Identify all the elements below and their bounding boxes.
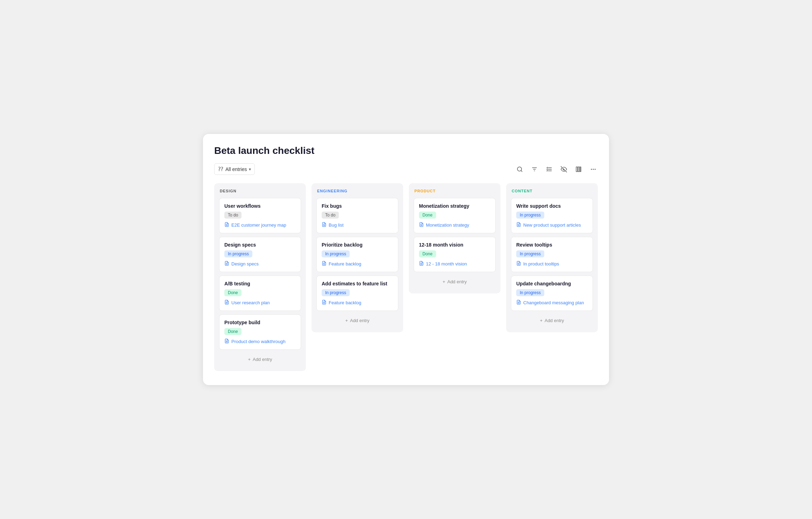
column-header-content: CONTENT bbox=[511, 189, 593, 193]
card-link[interactable]: Bug list bbox=[322, 222, 393, 228]
svg-rect-9 bbox=[576, 167, 578, 172]
card-link[interactable]: 12 - 18 month vision bbox=[419, 261, 490, 267]
column-engineering: ENGINEERINGFix bugsTo doBug listPrioriti… bbox=[312, 183, 403, 332]
card-link[interactable]: Changeboard messaging plan bbox=[516, 300, 588, 306]
app-container: Beta launch checklist ⁇ All entries ▾ bbox=[203, 134, 609, 385]
status-badge: In progress bbox=[516, 289, 544, 296]
view-selector[interactable]: ⁇ All entries ▾ bbox=[214, 163, 255, 175]
card-title: Prioritize backlog bbox=[322, 242, 393, 248]
card-link-text: Feature backlog bbox=[329, 261, 361, 266]
card-title: Prototype build bbox=[224, 320, 296, 325]
column-design: DESIGNUser workflowsTo doE2E customer jo… bbox=[214, 183, 306, 371]
status-badge: In progress bbox=[516, 212, 544, 219]
card-engineering-2[interactable]: Add estimates to feature listIn progress… bbox=[316, 276, 398, 311]
plus-icon: + bbox=[540, 318, 542, 323]
status-badge: Done bbox=[419, 212, 436, 219]
filter-button[interactable] bbox=[530, 165, 539, 174]
document-icon bbox=[224, 300, 229, 306]
card-link-text: Bug list bbox=[329, 222, 344, 228]
card-title: Fix bugs bbox=[322, 203, 393, 209]
add-entry-button-design[interactable]: + Add entry bbox=[219, 353, 301, 365]
card-link[interactable]: Product demo walkthrough bbox=[224, 339, 296, 344]
card-link[interactable]: Monetization strategy bbox=[419, 222, 490, 228]
search-button[interactable] bbox=[515, 165, 524, 174]
more-options-button[interactable] bbox=[589, 165, 598, 174]
card-link-text: Design specs bbox=[231, 261, 259, 266]
card-title: 12-18 month vision bbox=[419, 242, 490, 248]
card-design-2[interactable]: A/B testingDoneUser research plan bbox=[219, 276, 301, 311]
svg-point-14 bbox=[595, 169, 596, 170]
document-icon bbox=[224, 261, 229, 267]
add-entry-button-engineering[interactable]: + Add entry bbox=[316, 314, 398, 327]
plus-icon: + bbox=[442, 279, 445, 284]
card-title: Add estimates to feature list bbox=[322, 281, 393, 286]
svg-rect-11 bbox=[580, 167, 581, 172]
hide-button[interactable] bbox=[559, 165, 568, 174]
add-entry-label: Add entry bbox=[350, 318, 370, 323]
status-badge: In progress bbox=[322, 250, 350, 257]
card-link[interactable]: Feature backlog bbox=[322, 261, 393, 267]
card-title: A/B testing bbox=[224, 281, 296, 286]
card-title: Update changeboardng bbox=[516, 281, 588, 286]
card-link-text: Product demo walkthrough bbox=[231, 339, 286, 344]
card-title: Write support docs bbox=[516, 203, 588, 209]
document-icon bbox=[224, 339, 229, 344]
card-product-0[interactable]: Monetization strategyDoneMonetization st… bbox=[414, 198, 496, 233]
status-badge: Done bbox=[224, 289, 241, 296]
card-design-3[interactable]: Prototype buildDoneProduct demo walkthro… bbox=[219, 314, 301, 350]
view-label: All entries bbox=[225, 166, 247, 172]
card-content-0[interactable]: Write support docsIn progressNew product… bbox=[511, 198, 593, 233]
chevron-down-icon: ▾ bbox=[249, 167, 251, 172]
card-link[interactable]: New product support articles bbox=[516, 222, 588, 228]
plus-icon: + bbox=[345, 318, 348, 323]
column-product: PRODUCTMonetization strategyDoneMonetiza… bbox=[409, 183, 500, 293]
card-title: Monetization strategy bbox=[419, 203, 490, 209]
card-link[interactable]: User research plan bbox=[224, 300, 296, 306]
document-icon bbox=[419, 222, 424, 228]
card-link[interactable]: Design specs bbox=[224, 261, 296, 267]
document-icon bbox=[516, 222, 521, 228]
document-icon bbox=[419, 261, 424, 267]
document-icon bbox=[516, 300, 521, 306]
grid-view-icon: ⁇ bbox=[218, 166, 223, 172]
status-badge: To do bbox=[224, 212, 241, 219]
card-engineering-1[interactable]: Prioritize backlogIn progressFeature bac… bbox=[316, 237, 398, 272]
card-content-2[interactable]: Update changeboardngIn progressChangeboa… bbox=[511, 276, 593, 311]
status-badge: In progress bbox=[516, 250, 544, 257]
card-engineering-0[interactable]: Fix bugsTo doBug list bbox=[316, 198, 398, 233]
status-badge: Done bbox=[419, 250, 436, 257]
card-link-text: E2E customer journey map bbox=[231, 222, 286, 228]
card-link[interactable]: E2E customer journey map bbox=[224, 222, 296, 228]
card-link[interactable]: In product tooltips bbox=[516, 261, 588, 267]
card-design-0[interactable]: User workflowsTo doE2E customer journey … bbox=[219, 198, 301, 233]
status-badge: In progress bbox=[224, 250, 252, 257]
sort-button[interactable] bbox=[545, 165, 554, 174]
card-design-1[interactable]: Design specsIn progressDesign specs bbox=[219, 237, 301, 272]
toolbar-actions bbox=[515, 165, 598, 174]
card-link-text: User research plan bbox=[231, 300, 270, 305]
add-entry-button-product[interactable]: + Add entry bbox=[414, 276, 496, 288]
document-icon bbox=[322, 222, 327, 228]
toolbar: ⁇ All entries ▾ bbox=[214, 163, 598, 175]
status-badge: In progress bbox=[322, 289, 350, 296]
card-link-text: Changeboard messaging plan bbox=[523, 300, 584, 305]
card-link[interactable]: Feature backlog bbox=[322, 300, 393, 306]
card-link-text: In product tooltips bbox=[523, 261, 559, 266]
card-link-text: 12 - 18 month vision bbox=[426, 261, 467, 266]
card-content-1[interactable]: Review tooltipsIn progressIn product too… bbox=[511, 237, 593, 272]
card-product-1[interactable]: 12-18 month visionDone12 - 18 month visi… bbox=[414, 237, 496, 272]
document-icon bbox=[516, 261, 521, 267]
plus-icon: + bbox=[248, 357, 251, 362]
column-header-product: PRODUCT bbox=[414, 189, 496, 193]
svg-rect-10 bbox=[578, 167, 580, 172]
status-badge: To do bbox=[322, 212, 339, 219]
status-badge: Done bbox=[224, 328, 241, 335]
page-title: Beta launch checklist bbox=[214, 145, 598, 156]
card-link-text: Feature backlog bbox=[329, 300, 361, 305]
add-entry-label: Add entry bbox=[253, 357, 272, 362]
board-view-button[interactable] bbox=[574, 165, 583, 174]
card-link-text: Monetization strategy bbox=[426, 222, 469, 228]
column-content: CONTENTWrite support docsIn progressNew … bbox=[506, 183, 598, 332]
board: DESIGNUser workflowsTo doE2E customer jo… bbox=[214, 183, 598, 371]
add-entry-button-content[interactable]: + Add entry bbox=[511, 314, 593, 327]
